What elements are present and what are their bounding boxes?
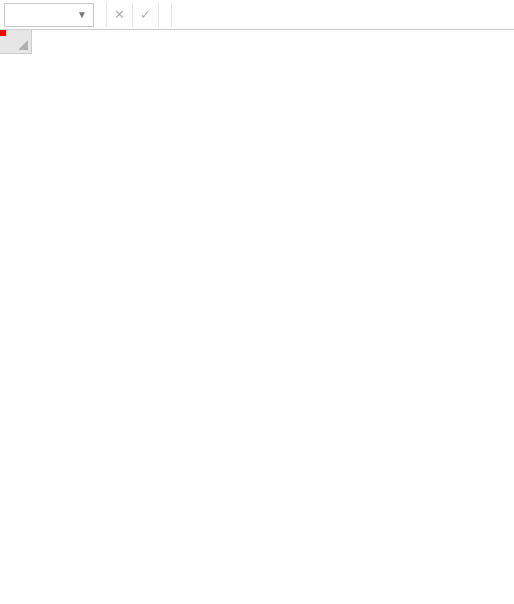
- formula-input[interactable]: [171, 3, 514, 27]
- name-box[interactable]: ▼: [4, 3, 94, 27]
- select-all-corner[interactable]: [0, 30, 32, 54]
- fx-icon[interactable]: [158, 3, 171, 27]
- formula-bar: ▼ ✕ ✓: [0, 0, 514, 30]
- chevron-down-icon[interactable]: ▼: [77, 9, 87, 20]
- cancel-icon[interactable]: ✕: [106, 3, 132, 27]
- enter-icon[interactable]: ✓: [132, 3, 158, 27]
